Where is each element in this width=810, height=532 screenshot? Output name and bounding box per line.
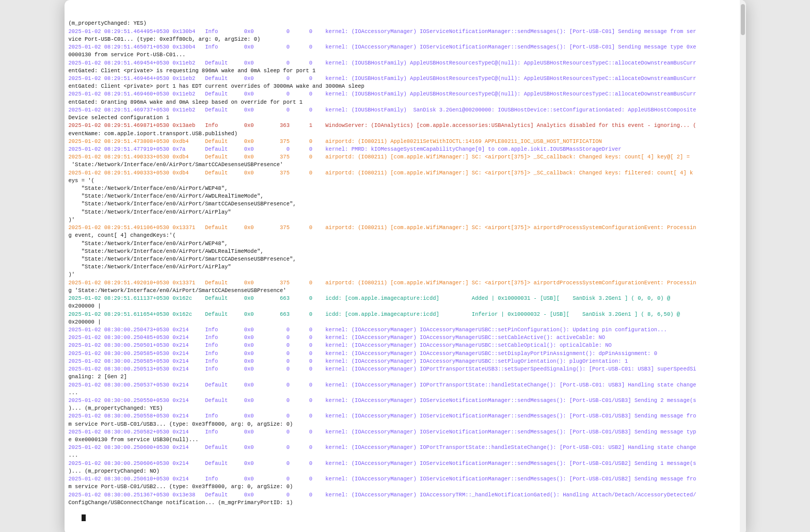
- log-line: ...: [69, 452, 736, 459]
- log-line: 2025-01-02 08:29:51.473808+0530 0xdb4 De…: [69, 138, 736, 146]
- log-line: ...: [69, 389, 736, 397]
- log-line: 2025-01-02 08:30:00.250501+0530 0x214 In…: [69, 342, 736, 349]
- log-line: 2025-01-02 08:30:00.250513+0530 0x214 In…: [69, 365, 736, 373]
- log-line: 2025-01-02 08:30:00.250550+0530 0x214 De…: [69, 397, 736, 405]
- cursor: [82, 514, 86, 521]
- log-line: 'State:/Network/Interface/en0/AirPort/Sm…: [69, 161, 736, 169]
- log-line: vice Port-USB-C01... (type: 0xe3ff80cb, …: [69, 36, 736, 43]
- log-line: )... (m_propertyChanged: NO): [69, 467, 736, 475]
- log-line: g event, count[ 4] changedKeys:'(: [69, 232, 736, 239]
- log-line: 2025-01-02 08:30:00.250610+0530 0x214 In…: [69, 475, 736, 483]
- log-line: "State:/Network/Interface/en0/AirPort/Sm…: [69, 255, 736, 263]
- log-line: 0000130 from service Port-USB-C01...: [69, 51, 736, 59]
- log-line: 2025-01-02 08:29:51.464495+0530 0x130b4 …: [69, 28, 736, 36]
- log-line: 2025-01-02 08:29:51.491106+0530 0x13371 …: [69, 224, 736, 232]
- log-line: entGated: Client <private> port 1 has ED…: [69, 83, 736, 90]
- log-line: "State:/Network/Interface/en0/AirPort/Sm…: [69, 200, 736, 208]
- log-line: 2025-01-02 08:30:00.250606+0530 0x214 De…: [69, 460, 736, 467]
- log-line: 2025-01-02 08:30:00.250473+0530 0x214 In…: [69, 326, 736, 334]
- log-line: "State:/Network/Interface/en0/AirPort/WE…: [69, 185, 736, 192]
- log-line: ConfigChange/USBConnectChange notificati…: [69, 499, 736, 507]
- log-lines: (m_propertyChanged: YES)2025-01-02 08:29…: [69, 20, 736, 507]
- log-line: 2025-01-02 08:30:00.250585+0530 0x214 In…: [69, 350, 736, 358]
- log-content[interactable]: (m_propertyChanged: YES)2025-01-02 08:29…: [65, 0, 746, 532]
- log-line: 0x200000 |: [69, 302, 736, 310]
- log-line: gnaling: 2 [Gen 2]: [69, 373, 736, 381]
- log-line: entGated: Client <private> is requesting…: [69, 67, 736, 75]
- scrollbar-thumb[interactable]: [741, 4, 745, 35]
- log-line: eventName: com.apple.ioport.transport.US…: [69, 130, 736, 138]
- log-line: )... (m_propertyChanged: YES): [69, 405, 736, 412]
- log-line: 2025-01-02 08:29:51.490333+0530 0xdb4 De…: [69, 169, 736, 177]
- log-line: entGated: Granting 896mA wake and 0mA sl…: [69, 99, 736, 106]
- log-line: 2025-01-02 08:30:00.251367+0530 0x13e38 …: [69, 491, 736, 499]
- log-line: 2025-01-02 08:29:51.477919+0530 0x7a Def…: [69, 146, 736, 153]
- log-line: 2025-01-02 08:29:51.490333+0530 0xdb4 De…: [69, 153, 736, 161]
- log-line: 2025-01-02 08:30:00.250582+0530 0x214 In…: [69, 428, 736, 436]
- log-line: 2025-01-02 08:30:00.250537+0530 0x214 De…: [69, 381, 736, 389]
- log-line: eys = '(: [69, 177, 736, 185]
- log-line: 0x200000 |: [69, 318, 736, 326]
- log-line: "State:/Network/Interface/en0/AirPort/Ai…: [69, 263, 736, 271]
- log-line: 2025-01-02 08:29:51.469737+0530 0x11eb2 …: [69, 106, 736, 114]
- log-line: )': [69, 271, 736, 279]
- log-line: 2025-01-02 08:29:51.469460+0530 0x11eb2 …: [69, 90, 736, 98]
- log-line: 2025-01-02 08:29:51.611137+0530 0x162c D…: [69, 295, 736, 302]
- log-line: "State:/Network/Interface/en0/AirPort/Ai…: [69, 208, 736, 216]
- log-line: 2025-01-02 08:30:00.250485+0530 0x214 In…: [69, 334, 736, 342]
- log-line: (m_propertyChanged: YES): [69, 20, 736, 27]
- log-line: e 0xe0000130 from service USB30(null)...: [69, 436, 736, 444]
- log-line: 2025-01-02 08:29:51.492010+0530 0x13371 …: [69, 279, 736, 287]
- log-line: 2025-01-02 08:30:00.250585+0530 0x214 In…: [69, 358, 736, 365]
- scrollbar[interactable]: [740, 0, 746, 532]
- log-line: 2025-01-02 08:29:51.469454+0530 0x11eb2 …: [69, 59, 736, 67]
- log-line: "State:/Network/Interface/en0/AirPort/AW…: [69, 192, 736, 200]
- log-line: "State:/Network/Interface/en0/AirPort/WE…: [69, 240, 736, 248]
- log-line: "State:/Network/Interface/en0/AirPort/AW…: [69, 248, 736, 255]
- log-line: Device selected configuration 1: [69, 114, 736, 122]
- log-line: g 'State:/Network/Interface/en0/AirPort/…: [69, 287, 736, 295]
- log-line: )': [69, 216, 736, 224]
- log-line: 2025-01-02 08:30:00.250600+0530 0x214 De…: [69, 444, 736, 452]
- log-line: m service Port-USB-C01/USB3... (type: 0x…: [69, 421, 736, 428]
- log-line: 2025-01-02 08:30:00.250558+0530 0x214 In…: [69, 412, 736, 420]
- log-line: 2025-01-02 08:29:51.469871+0530 0x13aeb …: [69, 122, 736, 130]
- log-line: 2025-01-02 08:29:51.611654+0530 0x162c D…: [69, 311, 736, 318]
- console-window: (m_propertyChanged: YES)2025-01-02 08:29…: [65, 0, 746, 532]
- log-line: 2025-01-02 08:29:51.465071+0530 0x130b4 …: [69, 43, 736, 51]
- log-line: m service Port-USB-C01/USB2... (type: 0x…: [69, 483, 736, 491]
- log-line: 2025-01-02 08:29:51.469464+0530 0x11eb2 …: [69, 75, 736, 83]
